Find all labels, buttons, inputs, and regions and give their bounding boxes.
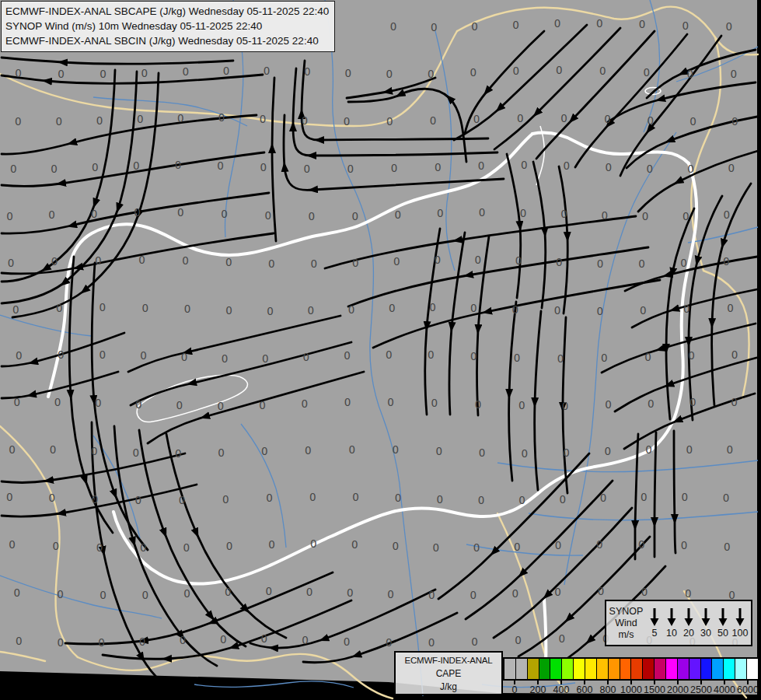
grid-value: 0 <box>601 352 608 364</box>
grid-value: 0 <box>225 304 232 317</box>
wind-speed-column: 10 <box>663 607 680 639</box>
grid-value: 0 <box>560 493 567 506</box>
grid-value: 0 <box>602 209 609 222</box>
cape-cell <box>665 659 677 679</box>
grid-value: 0 <box>92 493 99 506</box>
cape-cell <box>539 659 550 679</box>
grid-value: 0 <box>182 65 189 78</box>
grid-value: 0 <box>344 635 351 648</box>
cape-tick-label: 1000 <box>620 684 642 695</box>
grid-value: 0 <box>309 491 316 503</box>
grid-value: 0 <box>345 67 352 79</box>
grid-value: 0 <box>184 303 191 315</box>
cape-cell <box>689 659 700 679</box>
grid-value: 0 <box>470 66 476 79</box>
grid-value: 0 <box>344 396 351 408</box>
grid-value: 0 <box>51 255 58 268</box>
grid-value: 0 <box>564 159 571 172</box>
cape-cell <box>654 659 665 679</box>
wind-speed-label: 100 <box>732 628 749 639</box>
grid-value: 0 <box>99 68 106 80</box>
grid-value: 0 <box>223 65 230 77</box>
cape-legend-unit: J/kg <box>396 681 501 694</box>
grid-value: 0 <box>689 396 696 408</box>
grid-value: 0 <box>306 586 313 598</box>
grid-value: 0 <box>597 305 604 317</box>
wind-speed-label: 10 <box>666 628 677 639</box>
grid-value: 0 <box>141 67 148 79</box>
cape-tick-label: 1500 <box>644 684 665 695</box>
grid-value: 0 <box>262 352 269 365</box>
grid-value: 0 <box>301 114 308 127</box>
grid-value: 0 <box>10 163 17 175</box>
wind-speed-column: 20 <box>680 607 697 639</box>
grid-value: 0 <box>91 208 98 220</box>
wind-speed-column: 100 <box>731 607 749 639</box>
cape-tick-label: 400 <box>553 684 570 695</box>
grid-value: 0 <box>429 301 436 313</box>
grid-value: 0 <box>596 17 603 30</box>
grid-value: 0 <box>393 443 400 456</box>
grid-value: 0 <box>515 634 522 646</box>
grid-value: 0 <box>140 541 147 554</box>
grid-value: 0 <box>310 537 317 550</box>
grid-value: 0 <box>225 586 232 598</box>
grid-value: 0 <box>645 443 652 456</box>
grid-value: 0 <box>682 491 689 503</box>
grid-value: 0 <box>142 302 149 314</box>
cape-cin-value-grid: 0000000000000000000000000000000000000000… <box>6 17 738 649</box>
grid-value: 0 <box>393 540 400 552</box>
grid-value: 0 <box>57 588 64 600</box>
grid-value: 0 <box>639 18 646 30</box>
grid-value: 0 <box>14 586 21 599</box>
cape-cell <box>550 659 561 679</box>
grid-value: 0 <box>220 633 227 646</box>
grid-value: 0 <box>727 302 734 314</box>
grid-value: 0 <box>54 396 61 408</box>
grid-value: 0 <box>260 632 267 645</box>
grid-value: 0 <box>387 396 394 408</box>
grid-value: 0 <box>99 589 106 601</box>
grid-value: 0 <box>431 21 438 33</box>
cape-cell <box>561 659 573 679</box>
wind-speed-column: 5 <box>646 607 663 639</box>
grid-value: 0 <box>435 445 442 457</box>
grid-value: 0 <box>218 446 225 459</box>
cape-tick-label: 600 <box>577 684 593 695</box>
grid-value: 0 <box>437 207 444 219</box>
wind-speed-label: 5 <box>652 628 658 639</box>
grid-value: 0 <box>641 586 648 598</box>
grid-value: 0 <box>556 256 563 268</box>
grid-value: 0 <box>265 209 272 222</box>
grid-value: 0 <box>352 491 359 503</box>
wind-speed-label: 50 <box>717 628 728 639</box>
down-arrow-icon <box>648 607 661 626</box>
cape-colorbar <box>503 657 759 681</box>
grid-value: 0 <box>99 348 106 361</box>
grid-value: 0 <box>687 68 694 80</box>
grid-value: 0 <box>685 587 692 600</box>
grid-value: 0 <box>731 115 738 128</box>
grid-value: 0 <box>554 586 561 598</box>
grid-value: 0 <box>428 68 435 80</box>
grid-value: 0 <box>514 541 521 553</box>
grid-value: 0 <box>91 445 98 457</box>
grid-value: 0 <box>95 397 102 409</box>
wind-legend-source: SYNOP <box>606 606 646 618</box>
cape-legend-param: CAPE <box>396 667 501 681</box>
grid-value: 0 <box>140 349 147 362</box>
map-title-box: ECMWF-INDEX-ANAL SBCAPE (J/kg) Wednesday… <box>1 1 335 52</box>
grid-value: 0 <box>181 351 188 363</box>
grid-value: 0 <box>473 541 480 554</box>
grid-value: 0 <box>514 352 521 364</box>
grid-value: 0 <box>8 257 15 269</box>
grid-value: 0 <box>521 159 528 171</box>
grid-value: 0 <box>511 587 518 600</box>
grid-value: 0 <box>260 161 267 173</box>
grid-value: 0 <box>133 159 140 172</box>
wind-legend-unit: m/s <box>606 629 646 641</box>
grid-value: 0 <box>351 538 358 551</box>
grid-value: 0 <box>352 257 359 269</box>
grid-value: 0 <box>643 66 650 79</box>
grid-value: 0 <box>347 586 354 599</box>
